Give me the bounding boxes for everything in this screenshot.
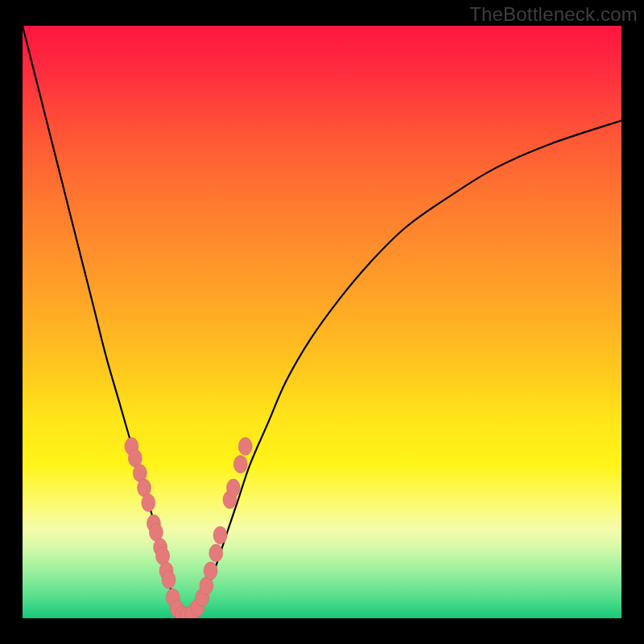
data-marker bbox=[204, 562, 217, 580]
chart-frame bbox=[0, 0, 644, 644]
data-marker bbox=[162, 571, 175, 588]
data-marker bbox=[226, 479, 240, 497]
data-marker bbox=[213, 526, 227, 544]
data-marker bbox=[142, 493, 155, 511]
data-marker bbox=[238, 438, 252, 456]
data-marker bbox=[233, 456, 247, 473]
data-marker bbox=[209, 544, 223, 562]
bottleneck-curve bbox=[23, 26, 621, 617]
chart-svg bbox=[23, 26, 621, 618]
data-markers bbox=[125, 438, 252, 618]
